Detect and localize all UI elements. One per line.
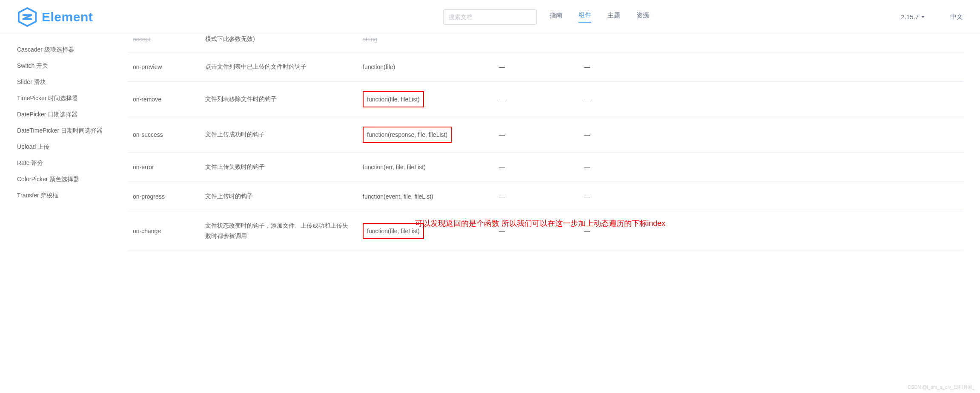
cell-name: on-progress (128, 182, 200, 211)
cell-optional: — (494, 153, 579, 182)
sidebar-item-cascader[interactable]: Cascader 级联选择器 (17, 42, 128, 58)
cell-desc: 文件上传成功时的钩子 (200, 117, 358, 152)
cell-type: string (358, 34, 494, 52)
cell-desc: 点击文件列表中已上传的文件时的钩子 (200, 52, 358, 81)
cell-desc: 模式下此参数无效) (200, 34, 358, 52)
brand-text: Element (42, 10, 93, 24)
cell-type: function(file, fileList) (358, 211, 494, 251)
cell-optional (494, 34, 579, 52)
cell-default: — (579, 211, 963, 251)
content: accept模式下此参数无效)stringon-preview点击文件列表中已上… (128, 34, 980, 393)
nav-resource[interactable]: 资源 (636, 12, 649, 22)
cell-type: function(file, fileList) (358, 81, 494, 117)
sidebar-item-transfer[interactable]: Transfer 穿梭框 (17, 188, 128, 204)
version-label: 2.15.7 (901, 13, 919, 20)
table-row: accept模式下此参数无效)string (128, 34, 963, 52)
cell-desc: 文件上传失败时的钩子 (200, 153, 358, 182)
cell-optional: — (494, 81, 579, 117)
nav-guide[interactable]: 指南 (550, 12, 562, 22)
watermark: CSDN @i_am_a_div_日积月累_ (908, 384, 975, 390)
api-table: accept模式下此参数无效)stringon-preview点击文件列表中已上… (128, 34, 963, 251)
lang-label: 中文 (950, 13, 963, 21)
sidebar-item-rate[interactable]: Rate 评分 (17, 155, 128, 171)
cell-default: — (579, 182, 963, 211)
lang-dropdown[interactable]: 中文 (950, 13, 963, 21)
cell-desc: 文件列表移除文件时的钩子 (200, 81, 358, 117)
cell-optional: — (494, 117, 579, 152)
sidebar-item-colorpicker[interactable]: ColorPicker 颜色选择器 (17, 171, 128, 188)
cell-default: — (579, 153, 963, 182)
table-row: on-change文件状态改变时的钩子，添加文件、上传成功和上传失败时都会被调用… (128, 211, 963, 251)
cell-optional: — (494, 182, 579, 211)
cell-type: function(err, file, fileList) (358, 153, 494, 182)
cell-type: function(file) (358, 52, 494, 81)
table-row: on-remove文件列表移除文件时的钩子function(file, file… (128, 81, 963, 117)
nav-links: 指南 组件 主题 资源 (550, 11, 649, 23)
cell-type: function(event, file, fileList) (358, 182, 494, 211)
cell-type: function(response, file, fileList) (358, 117, 494, 152)
cell-default: — (579, 52, 963, 81)
cell-name: on-remove (128, 81, 200, 117)
cell-name: on-change (128, 211, 200, 251)
cell-optional: — (494, 211, 579, 251)
page-body: Cascader 级联选择器 Switch 开关 Slider 滑块 TimeP… (0, 34, 980, 393)
cell-default: — (579, 117, 963, 152)
sidebar-item-upload[interactable]: Upload 上传 (17, 139, 128, 155)
cell-default: — (579, 81, 963, 117)
table-row: on-preview点击文件列表中已上传的文件时的钩子function(file… (128, 52, 963, 81)
sidebar-item-timepicker[interactable]: TimePicker 时间选择器 (17, 90, 128, 107)
cell-optional: — (494, 52, 579, 81)
sidebar: Cascader 级联选择器 Switch 开关 Slider 滑块 TimeP… (0, 34, 128, 393)
cell-name: on-success (128, 117, 200, 152)
cell-name: accept (128, 34, 200, 52)
version-dropdown[interactable]: 2.15.7 (901, 13, 925, 20)
header: Element 指南 组件 主题 资源 2.15.7 中文 (0, 0, 980, 34)
nav-theme[interactable]: 主题 (607, 12, 620, 22)
cell-name: on-error (128, 153, 200, 182)
table-row: on-success文件上传成功时的钩子function(response, f… (128, 117, 963, 152)
header-right: 2.15.7 中文 (901, 13, 963, 21)
element-logo-icon (17, 7, 37, 27)
sidebar-item-switch[interactable]: Switch 开关 (17, 58, 128, 74)
sidebar-item-datetimepicker[interactable]: DateTimePicker 日期时间选择器 (17, 123, 128, 139)
logo[interactable]: Element (17, 7, 93, 27)
cell-desc: 文件上传时的钩子 (200, 182, 358, 211)
table-row: on-progress文件上传时的钩子function(event, file,… (128, 182, 963, 211)
search-input[interactable] (443, 9, 537, 25)
sidebar-item-slider[interactable]: Slider 滑块 (17, 74, 128, 90)
cell-default (579, 34, 963, 52)
cell-name: on-preview (128, 52, 200, 81)
nav-component[interactable]: 组件 (579, 11, 591, 23)
table-row: on-error文件上传失败时的钩子function(err, file, fi… (128, 153, 963, 182)
sidebar-item-datepicker[interactable]: DatePicker 日期选择器 (17, 107, 128, 123)
cell-desc: 文件状态改变时的钩子，添加文件、上传成功和上传失败时都会被调用 (200, 211, 358, 251)
chevron-down-icon (921, 16, 925, 18)
search-box (443, 9, 537, 25)
